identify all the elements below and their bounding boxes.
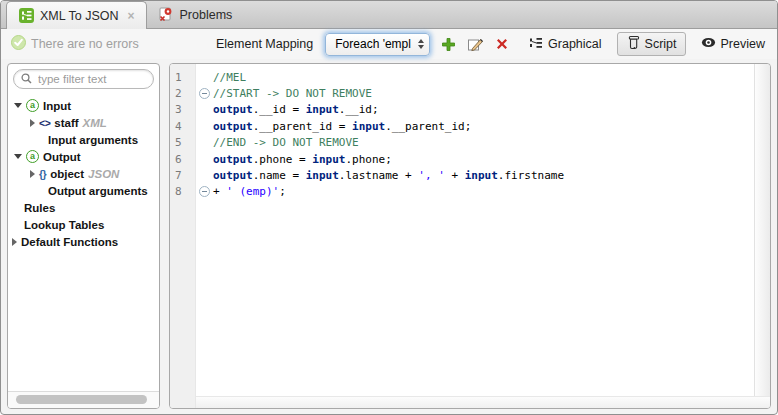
structure-panel: aInput<>staffXMLInput argumentsaOutput{}… — [7, 63, 160, 409]
code-line[interactable]: 7output.name = input.lastname + ', ' + i… — [170, 167, 754, 183]
json-braces-icon: {} — [39, 168, 46, 180]
filter-box — [13, 69, 154, 89]
tree-item-label: Rules — [24, 202, 55, 214]
annotation-icon: a — [26, 150, 39, 163]
tab-bar: XML To JSON × Problems — [1, 1, 777, 29]
tree-item-input[interactable]: aInput — [8, 97, 159, 114]
preview-icon — [701, 36, 716, 52]
type-suffix: XML — [83, 117, 107, 129]
script-icon — [626, 35, 640, 53]
code-line[interactable]: 8+ ' (emp)'; — [170, 184, 754, 200]
tree-item-input-arguments[interactable]: Input arguments — [8, 131, 159, 148]
delete-mapping-button[interactable] — [494, 36, 511, 53]
tab-label: XML To JSON — [40, 9, 119, 23]
collapse-icon[interactable] — [199, 186, 210, 197]
code-text: output.phone = input.phone; — [213, 153, 392, 166]
tree-item-label: Default Functions — [21, 236, 118, 248]
code-text: //START -> DO NOT REMOVE — [213, 87, 372, 100]
line-number: 7 — [170, 169, 196, 182]
tree-item-default-functions[interactable]: Default Functions — [8, 233, 159, 250]
editor-horizontal-scrollbar[interactable] — [196, 396, 770, 408]
edit-mapping-button[interactable] — [467, 36, 484, 53]
filter-input[interactable] — [36, 72, 146, 86]
mapping-tree: aInput<>staffXMLInput argumentsaOutput{}… — [8, 94, 159, 250]
code-text: output.__parent_id = input.__parent_id; — [213, 120, 471, 133]
code-text: //END -> DO NOT REMOVE — [213, 136, 359, 149]
line-number: 2 — [170, 87, 196, 100]
editor-vertical-scrollbar[interactable] — [754, 64, 770, 397]
line-number: 1 — [170, 71, 196, 84]
scrollbar-thumb[interactable] — [16, 395, 147, 404]
element-mapping-label: Element Mapping — [216, 37, 313, 51]
close-icon[interactable]: × — [128, 10, 135, 22]
tree-item-label: object — [50, 168, 84, 180]
view-switcher: Graphical Script Preview — [527, 32, 767, 56]
view-label: Graphical — [548, 37, 602, 51]
tree-item-output-arguments[interactable]: Output arguments — [8, 182, 159, 199]
annotation-icon: a — [26, 99, 39, 112]
code-text: output.name = input.lastname + ', ' + in… — [213, 169, 564, 182]
view-label: Script — [645, 37, 677, 51]
type-suffix: JSON — [88, 168, 119, 180]
element-mapping-group: Element Mapping Foreach 'empl — [216, 33, 511, 56]
tree-item-lookup-tables[interactable]: Lookup Tables — [8, 216, 159, 233]
code-line[interactable]: 5//END -> DO NOT REMOVE — [170, 135, 754, 151]
tree-item-label: Lookup Tables — [24, 219, 104, 231]
chevron-right-icon[interactable] — [30, 170, 35, 178]
view-preview-button[interactable]: Preview — [699, 33, 767, 55]
script-code-area[interactable]: 1//MEL2//START -> DO NOT REMOVE3output._… — [170, 69, 754, 200]
tree-item-object[interactable]: {}objectJSON — [8, 165, 159, 182]
tab-problems[interactable]: Problems — [147, 1, 244, 28]
search-icon — [21, 70, 32, 88]
fold-column — [196, 88, 213, 99]
view-graphical-button[interactable]: Graphical — [527, 33, 604, 56]
status-text: There are no errors — [31, 37, 139, 51]
view-label: Preview — [721, 37, 765, 51]
mapping-editor-window: XML To JSON × Problems There are no erro… — [0, 0, 778, 415]
tree-item-label: Output arguments — [48, 185, 148, 197]
sidebar-horizontal-scrollbar[interactable] — [8, 391, 159, 408]
code-text: //MEL — [213, 71, 246, 84]
tree-item-label: Input arguments — [48, 134, 138, 146]
line-number: 3 — [170, 103, 196, 116]
problems-icon — [158, 7, 174, 23]
tree-item-staff[interactable]: <>staffXML — [8, 114, 159, 131]
tab-label: Problems — [180, 8, 233, 22]
toolbar: There are no errors Element Mapping Fore… — [1, 29, 777, 59]
combo-arrows-icon — [418, 39, 424, 49]
tree-item-rules[interactable]: Rules — [8, 199, 159, 216]
code-line[interactable]: 2//START -> DO NOT REMOVE — [170, 85, 754, 101]
tree-item-output[interactable]: aOutput — [8, 148, 159, 165]
chevron-right-icon[interactable] — [30, 119, 35, 127]
line-number: 6 — [170, 153, 196, 166]
chevron-down-icon[interactable] — [14, 103, 22, 108]
code-text: output.__id = input.__id; — [213, 103, 379, 116]
mapping-icon — [18, 8, 34, 24]
code-line[interactable]: 6output.phone = input.phone; — [170, 151, 754, 167]
code-text: + ' (emp)'; — [213, 185, 286, 198]
tree-item-label: staff — [54, 117, 78, 129]
chevron-right-icon[interactable] — [12, 238, 17, 246]
graphical-icon — [529, 36, 543, 53]
script-editor-panel: 1//MEL2//START -> DO NOT REMOVE3output._… — [169, 63, 771, 409]
tab-xml-to-json[interactable]: XML To JSON × — [6, 1, 147, 29]
element-mapping-dropdown[interactable]: Foreach 'empl — [325, 33, 430, 56]
xml-tag-icon: <> — [39, 117, 50, 129]
line-number: 4 — [170, 120, 196, 133]
dropdown-value: Foreach 'empl — [335, 37, 411, 51]
view-script-button[interactable]: Script — [617, 32, 686, 56]
tree-item-label: Output — [43, 151, 81, 163]
status-no-errors: There are no errors — [11, 35, 216, 53]
check-icon — [11, 35, 26, 53]
code-line[interactable]: 4output.__parent_id = input.__parent_id; — [170, 118, 754, 134]
tree-item-label: Input — [43, 100, 71, 112]
add-mapping-button[interactable] — [440, 36, 457, 53]
line-number: 8 — [170, 185, 196, 198]
collapse-icon[interactable] — [199, 88, 210, 99]
chevron-down-icon[interactable] — [14, 154, 22, 159]
code-line[interactable]: 3output.__id = input.__id; — [170, 102, 754, 118]
fold-column — [196, 186, 213, 197]
code-line[interactable]: 1//MEL — [170, 69, 754, 85]
line-number: 5 — [170, 136, 196, 149]
